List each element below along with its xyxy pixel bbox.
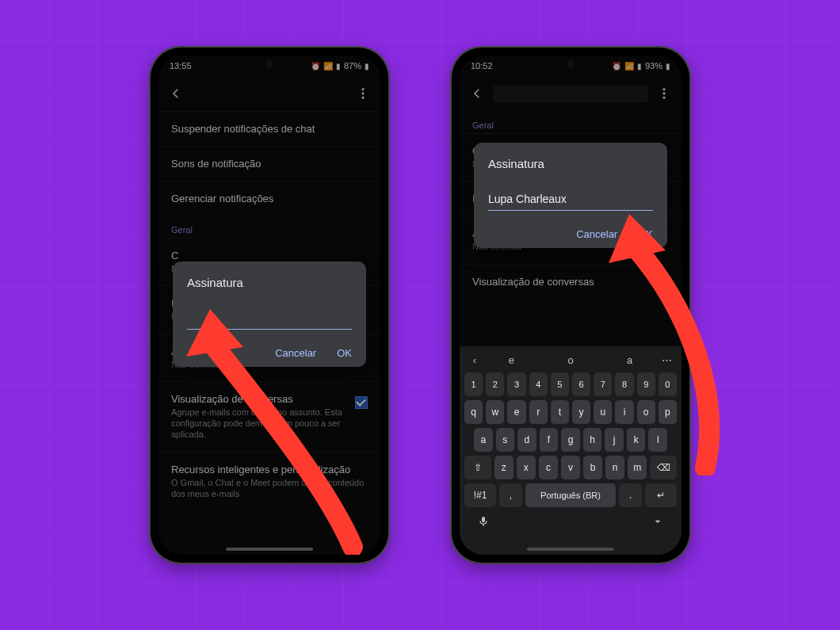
ok-button[interactable]: OK xyxy=(638,228,653,240)
nav-bar xyxy=(464,507,677,531)
key[interactable]: r xyxy=(529,400,548,424)
key[interactable]: o xyxy=(637,400,655,424)
cancel-button[interactable]: Cancelar xyxy=(576,228,617,240)
key[interactable]: i xyxy=(615,400,633,424)
signature-dialog: Assinatura Cancelar OK xyxy=(474,143,667,248)
suggestion[interactable]: e xyxy=(482,354,541,366)
key[interactable]: j xyxy=(605,428,624,452)
shift-key[interactable]: ⇧ xyxy=(464,456,491,479)
ok-button[interactable]: OK xyxy=(337,347,352,359)
key[interactable]: p xyxy=(659,400,677,424)
key-row-3: ⇧ z x c v b n m ⌫ xyxy=(464,456,677,479)
key[interactable]: 8 xyxy=(615,372,633,396)
key[interactable]: a xyxy=(474,428,493,452)
space-key[interactable]: Português (BR) xyxy=(525,483,617,507)
signature-dialog: Assinatura Cancelar OK xyxy=(173,262,366,367)
key[interactable]: k xyxy=(627,428,646,452)
mic-icon[interactable] xyxy=(477,515,490,531)
home-indicator[interactable] xyxy=(226,548,313,551)
period-key[interactable]: . xyxy=(619,483,642,507)
key[interactable]: l xyxy=(648,428,667,452)
key[interactable]: 3 xyxy=(507,372,525,396)
key[interactable]: s xyxy=(496,428,515,452)
signature-input[interactable] xyxy=(187,308,352,330)
symbols-key[interactable]: !#1 xyxy=(464,483,496,507)
key[interactable]: g xyxy=(561,428,580,452)
key[interactable]: 0 xyxy=(659,372,677,396)
key[interactable]: h xyxy=(583,428,602,452)
key[interactable]: q xyxy=(464,400,483,424)
phone-right: 10:52 ⏰ 📶 ▮ 93% ▮ Geral xyxy=(452,48,689,563)
signature-input[interactable] xyxy=(488,189,653,211)
key-row-bottom: !#1 , Português (BR) . ↵ xyxy=(464,483,677,507)
comma-key[interactable]: , xyxy=(499,483,522,507)
key[interactable]: u xyxy=(594,400,612,424)
key[interactable]: w xyxy=(486,400,504,424)
key[interactable]: 5 xyxy=(551,372,569,396)
key[interactable]: d xyxy=(517,428,536,452)
key[interactable]: m xyxy=(628,456,647,479)
key[interactable]: c xyxy=(539,456,558,479)
phone-left: 13:55 ⏰ 📶 ▮ 87% ▮ xyxy=(151,48,388,563)
key[interactable]: z xyxy=(494,456,514,479)
cancel-button[interactable]: Cancelar xyxy=(275,347,316,359)
dialog-title: Assinatura xyxy=(488,157,653,170)
collapse-keyboard-icon[interactable] xyxy=(651,515,664,531)
key[interactable]: x xyxy=(517,456,536,479)
soft-keyboard[interactable]: ‹ e o a ⋯ 1 2 3 4 5 6 7 8 xyxy=(460,346,682,555)
key[interactable]: v xyxy=(561,456,580,479)
key[interactable]: n xyxy=(605,456,624,479)
key-row-numbers: 1 2 3 4 5 6 7 8 9 0 xyxy=(464,372,677,396)
home-indicator[interactable] xyxy=(527,548,614,551)
dialog-title: Assinatura xyxy=(187,276,352,289)
key-row-2: a s d f g h j k l xyxy=(464,428,677,452)
key[interactable]: b xyxy=(583,456,602,479)
key-row-1: q w e r t y u i o p xyxy=(464,400,677,424)
key[interactable]: 1 xyxy=(464,372,483,396)
key[interactable]: y xyxy=(572,400,590,424)
key[interactable]: e xyxy=(507,400,525,424)
key[interactable]: t xyxy=(551,400,569,424)
chevron-left-icon[interactable]: ‹ xyxy=(468,354,482,366)
suggestion[interactable]: a xyxy=(600,354,659,366)
suggestion[interactable]: o xyxy=(541,354,601,366)
key[interactable]: 4 xyxy=(529,372,548,396)
key[interactable]: 2 xyxy=(486,372,504,396)
key[interactable]: 6 xyxy=(572,372,590,396)
more-icon[interactable]: ⋯ xyxy=(659,354,674,366)
key[interactable]: 9 xyxy=(637,372,655,396)
enter-key[interactable]: ↵ xyxy=(645,483,677,507)
suggestion-bar: ‹ e o a ⋯ xyxy=(464,351,677,372)
key[interactable]: f xyxy=(540,428,559,452)
key[interactable]: 7 xyxy=(594,372,612,396)
backspace-key[interactable]: ⌫ xyxy=(650,456,677,479)
